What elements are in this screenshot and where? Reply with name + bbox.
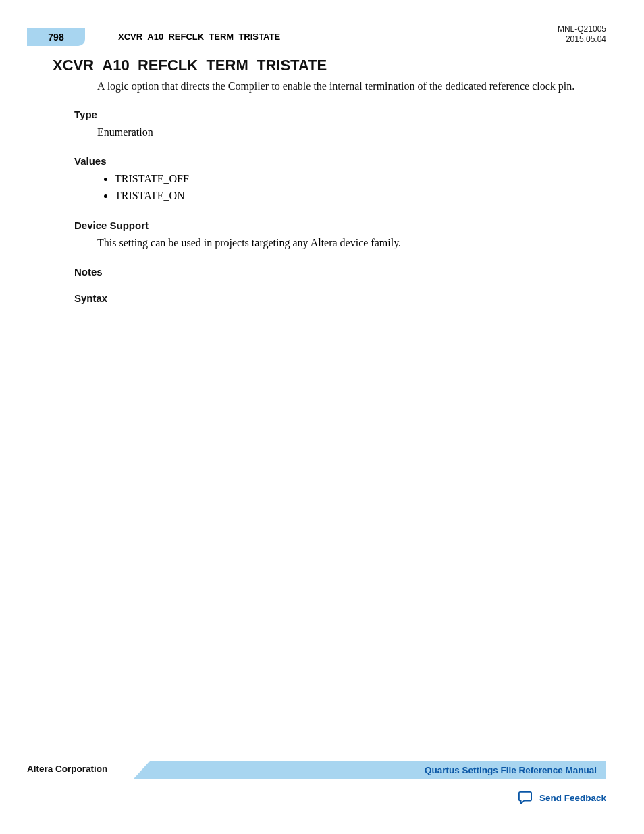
footer-corporation: Altera Corporation — [27, 764, 107, 774]
section-label-device-support: Device Support — [74, 219, 606, 231]
page-header: 798 XCVR_A10_REFCLK_TERM_TRISTATE MNL-Q2… — [27, 28, 606, 47]
manual-link[interactable]: Quartus Settings File Reference Manual — [425, 765, 597, 775]
feedback-row: Send Feedback — [27, 791, 606, 807]
list-item: TRISTATE_OFF — [115, 171, 606, 188]
intro-paragraph: A logic option that directs the Compiler… — [97, 78, 606, 94]
send-feedback-link[interactable]: Send Feedback — [518, 791, 606, 804]
doc-id: MNL-Q21005 — [558, 24, 606, 34]
page-title: XCVR_A10_REFCLK_TERM_TRISTATE — [53, 57, 606, 74]
speech-bubble-icon — [518, 791, 533, 804]
doc-date: 2015.05.04 — [558, 34, 606, 45]
send-feedback-label: Send Feedback — [539, 793, 606, 803]
device-support-value: This setting can be used in projects tar… — [97, 235, 606, 251]
page-content: XCVR_A10_REFCLK_TERM_TRISTATE A logic op… — [53, 57, 606, 308]
values-list: TRISTATE_OFF TRISTATE_ON — [115, 171, 606, 205]
footer-bar: Altera Corporation Quartus Settings File… — [27, 761, 606, 779]
page-number-badge: 798 — [27, 28, 85, 46]
section-label-values: Values — [74, 155, 606, 167]
section-label-syntax: Syntax — [74, 292, 606, 304]
section-label-notes: Notes — [74, 266, 606, 278]
running-title: XCVR_A10_REFCLK_TERM_TRISTATE — [118, 32, 280, 42]
section-label-type: Type — [74, 109, 606, 120]
type-value: Enumeration — [97, 124, 606, 140]
footer-ribbon: Quartus Settings File Reference Manual — [134, 761, 606, 779]
page-footer: Altera Corporation Quartus Settings File… — [27, 761, 606, 807]
doc-meta: MNL-Q21005 2015.05.04 — [558, 24, 606, 45]
list-item: TRISTATE_ON — [115, 188, 606, 205]
